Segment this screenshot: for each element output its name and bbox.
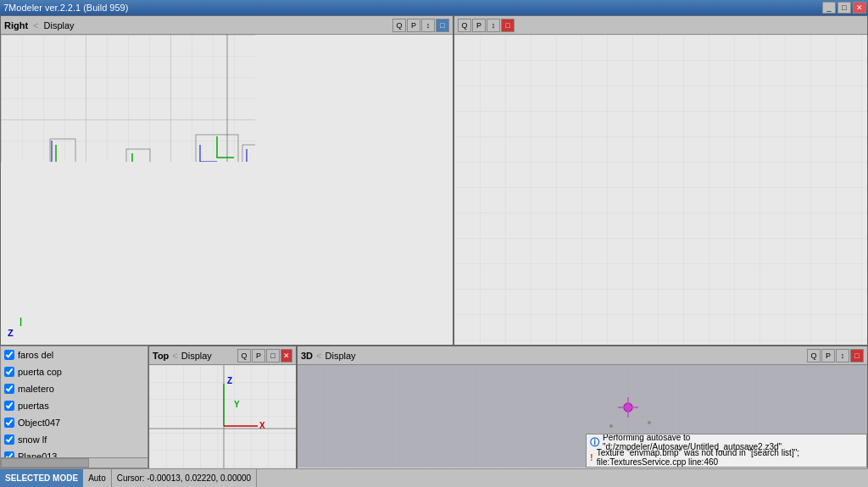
- selected-mode-badge: SELECTED MODE: [0, 469, 83, 487]
- log-entry-2: ! Texture "envmap.bmp" was not found in …: [587, 450, 866, 465]
- 3d-controls: Q P ↕ □: [807, 349, 864, 362]
- cursor-info: Cursor: -0.00013, 0.02220, 0.00000: [112, 469, 257, 487]
- rv-max-btn[interactable]: □: [501, 19, 515, 32]
- status-bar: SELECTED MODE Auto Cursor: -0.00013, 0.0…: [0, 468, 868, 487]
- layer-panel: faros delpuerta copmaleteropuertasObject…: [0, 346, 148, 487]
- info-icon: ⓘ: [590, 436, 599, 449]
- layer-checkbox[interactable]: [4, 367, 14, 377]
- warn-icon: !: [590, 452, 593, 462]
- display-label: Display: [44, 20, 75, 30]
- layer-checkbox[interactable]: [4, 418, 14, 428]
- vp-max-btn[interactable]: □: [436, 19, 449, 32]
- left-viewport-toolbar: Right < Display Q P ↕ □: [1, 16, 453, 35]
- layer-name: puerta cop: [18, 367, 62, 377]
- blv-pan[interactable]: P: [252, 349, 265, 362]
- bottom-left-controls: Q P □ ✕: [237, 349, 292, 362]
- main-area: ⇐ 🚶 🏃 👤 ▶ Right < Display Q P ↕ □: [0, 15, 868, 487]
- log-area: ⓘ Performing autosave to "d:/zmodeler/Au…: [586, 434, 867, 468]
- layer-scrollbar[interactable]: [1, 457, 147, 468]
- z-axis-label: Z: [8, 328, 14, 338]
- rv-fit-btn[interactable]: ↕: [487, 19, 500, 32]
- 3d-view-label: 3D: [301, 351, 313, 361]
- bottom-row: faros delpuerta copmaleteropuertasObject…: [0, 346, 868, 487]
- title-bar-controls: _ □ ✕: [822, 2, 866, 14]
- 3dv-pan[interactable]: P: [821, 349, 835, 362]
- layer-item[interactable]: Object047: [1, 414, 147, 431]
- layer-checkbox[interactable]: [4, 350, 14, 360]
- layer-checkbox[interactable]: [4, 401, 14, 411]
- left-viewport[interactable]: Right < Display Q P ↕ □: [0, 15, 453, 346]
- cursor-label: Cursor:: [117, 473, 145, 483]
- app-title: 7Modeler ver.2.2.1 (Build 959): [3, 3, 128, 13]
- layer-name: snow lf: [18, 434, 47, 445]
- layer-item[interactable]: puerta cop: [1, 363, 147, 380]
- left-canvas[interactable]: Z: [1, 35, 453, 345]
- svg-rect-20: [454, 35, 867, 345]
- close-button[interactable]: ✕: [853, 2, 866, 14]
- rv-zoom-btn[interactable]: Q: [458, 19, 471, 32]
- y-axis-label: |: [19, 316, 22, 326]
- grid-background: Z: [1, 35, 255, 162]
- vp-fit-btn[interactable]: ↕: [421, 19, 435, 32]
- vp-zoom-btn[interactable]: Q: [392, 19, 406, 32]
- bottom-left-toolbar: Top < Display Q P □ ✕: [149, 346, 296, 365]
- bottom-right-toolbar: 3D < Display Q P ↕ □: [298, 346, 867, 365]
- blv-fit[interactable]: □: [266, 349, 280, 362]
- log-text-2: Texture "envmap.bmp" was not found in "[…: [597, 448, 863, 467]
- blv-del[interactable]: ✕: [281, 349, 292, 362]
- vp-pan-btn[interactable]: P: [407, 19, 420, 32]
- top-display-label: Display: [181, 351, 212, 361]
- layer-checkbox[interactable]: [4, 451, 14, 457]
- svg-point-53: [609, 424, 613, 428]
- bottom-left-viewport[interactable]: Top < Display Q P □ ✕: [148, 346, 297, 487]
- right-canvas[interactable]: [454, 35, 867, 345]
- layer-name: puertas: [18, 401, 49, 411]
- svg-text:Y: Y: [234, 400, 240, 409]
- layer-item[interactable]: faros del: [1, 346, 147, 363]
- layer-list: faros delpuerta copmaleteropuertasObject…: [1, 346, 147, 457]
- svg-text:Z: Z: [227, 376, 232, 385]
- right-viewport[interactable]: Q P ↕ □: [453, 15, 868, 346]
- layer-item[interactable]: maletero: [1, 380, 147, 397]
- layer-checkbox[interactable]: [4, 384, 14, 394]
- maximize-button[interactable]: □: [837, 2, 851, 14]
- layer-checkbox[interactable]: [4, 434, 14, 445]
- layer-item[interactable]: Plane013: [1, 448, 147, 457]
- layer-item[interactable]: puertas: [1, 397, 147, 414]
- svg-point-52: [648, 421, 651, 424]
- top-row: Right < Display Q P ↕ □: [0, 15, 868, 346]
- separator: <: [33, 20, 38, 30]
- uv-view: [454, 35, 867, 345]
- right-viewport-controls: Q P ↕ □: [458, 19, 515, 32]
- title-bar: 7Modeler ver.2.2.1 (Build 959) _ □ ✕: [0, 0, 868, 15]
- 3dv-fit[interactable]: ↕: [836, 349, 849, 362]
- bottom-right-viewport[interactable]: 3D < Display Q P ↕ □: [297, 346, 868, 487]
- layer-name: faros del: [18, 350, 53, 360]
- layer-name: maletero: [18, 384, 54, 394]
- top-view-label: Top: [153, 351, 169, 361]
- layer-name: Plane013: [18, 451, 58, 457]
- svg-text:X: X: [259, 421, 265, 430]
- minimize-button[interactable]: _: [822, 2, 836, 14]
- 3d-display-label: Display: [326, 351, 356, 361]
- rv-pan-btn[interactable]: P: [472, 19, 486, 32]
- layer-name: Object047: [18, 418, 60, 428]
- 3dv-max[interactable]: □: [850, 349, 864, 362]
- cursor-value: -0.00013, 0.02220, 0.00000: [147, 473, 251, 483]
- 3dv-zoom[interactable]: Q: [807, 349, 821, 362]
- auto-mode: Auto: [83, 469, 112, 487]
- viewport-controls: Q P ↕ □: [392, 19, 449, 32]
- blv-zoom[interactable]: Q: [237, 349, 251, 362]
- layer-item[interactable]: snow lf: [1, 431, 147, 448]
- right-viewport-toolbar: Q P ↕ □: [454, 16, 867, 35]
- viewport-right-label: Right: [4, 20, 28, 30]
